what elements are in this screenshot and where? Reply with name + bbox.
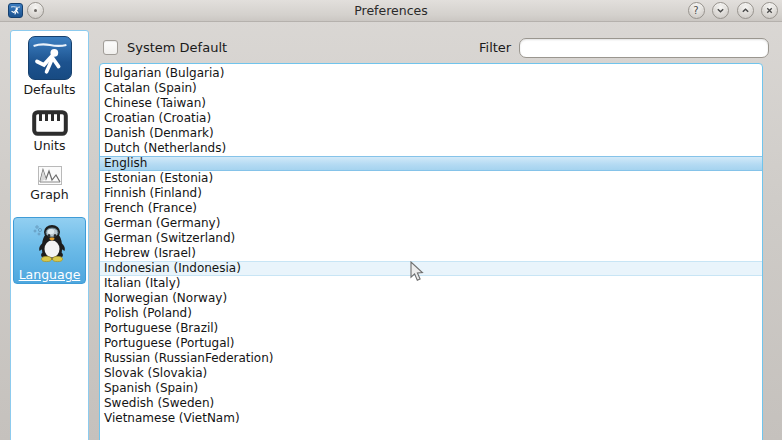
sidebar: Defaults Units Graph [10, 30, 89, 440]
chevron-up-icon [741, 6, 750, 15]
list-item[interactable]: Danish (Denmark) [100, 126, 762, 141]
list-item[interactable]: Portuguese (Portugal) [100, 336, 762, 351]
list-item[interactable]: Italian (Italy) [100, 276, 762, 291]
sidebar-item-label: Defaults [23, 82, 75, 97]
profile-graph-icon [38, 166, 62, 185]
close-button[interactable] [761, 2, 778, 19]
sidebar-item-label: Graph [30, 187, 68, 202]
help-button[interactable]: ? [688, 2, 705, 19]
sidebar-item-graph[interactable]: Graph [13, 166, 86, 202]
filter-input[interactable] [519, 38, 769, 58]
list-item[interactable]: German (Switzerland) [100, 231, 762, 246]
system-default-label: System Default [127, 40, 227, 55]
system-default-checkbox[interactable] [103, 40, 118, 55]
diver-icon [28, 36, 72, 80]
ruler-icon [32, 110, 68, 136]
list-item[interactable]: Dutch (Netherlands) [100, 141, 762, 156]
list-item[interactable]: Estonian (Estonia) [100, 171, 762, 186]
list-item[interactable]: Slovak (Slovakia) [100, 366, 762, 381]
tux-penguin-icon [27, 219, 73, 265]
sidebar-item-units[interactable]: Units [13, 110, 86, 153]
list-item[interactable]: Vietnamese (VietNam) [100, 411, 762, 426]
list-item[interactable]: Catalan (Spain) [100, 81, 762, 96]
list-item[interactable]: Indonesian (Indonesia) [100, 261, 762, 276]
filter-label: Filter [479, 38, 511, 58]
sidebar-item-defaults[interactable]: Defaults [13, 36, 86, 97]
preferences-window: { "window": { "title": "Preferences", "a… [0, 0, 782, 440]
list-item[interactable]: Bulgarian (Bulgaria) [100, 66, 762, 81]
help-icon: ? [693, 6, 698, 16]
chevron-down-icon [716, 6, 725, 15]
list-item[interactable]: Swedish (Sweden) [100, 396, 762, 411]
list-item[interactable]: German (Germany) [100, 216, 762, 231]
close-icon [765, 6, 774, 15]
list-item[interactable]: Finnish (Finland) [100, 186, 762, 201]
list-item[interactable]: Hebrew (Israel) [100, 246, 762, 261]
list-item[interactable]: Chinese (Taiwan) [100, 96, 762, 111]
list-item[interactable]: Russian (RussianFederation) [100, 351, 762, 366]
language-list[interactable]: Bulgarian (Bulgaria)Catalan (Spain)Chine… [99, 63, 763, 440]
sidebar-item-language[interactable]: Language [13, 217, 86, 284]
list-item[interactable]: Croatian (Croatia) [100, 111, 762, 126]
list-item[interactable]: Polish (Poland) [100, 306, 762, 321]
list-item[interactable]: French (France) [100, 201, 762, 216]
titlebar[interactable]: Preferences ? [0, 0, 782, 22]
sidebar-item-label: Units [34, 138, 66, 153]
sidebar-item-label: Language [19, 267, 81, 282]
maximize-button[interactable] [737, 2, 754, 19]
list-item[interactable]: Norwegian (Norway) [100, 291, 762, 306]
window-title: Preferences [0, 3, 782, 18]
minimize-button[interactable] [712, 2, 729, 19]
list-item[interactable]: Portuguese (Brazil) [100, 321, 762, 336]
list-item[interactable]: English [100, 156, 762, 171]
list-item[interactable]: Spanish (Spain) [100, 381, 762, 396]
